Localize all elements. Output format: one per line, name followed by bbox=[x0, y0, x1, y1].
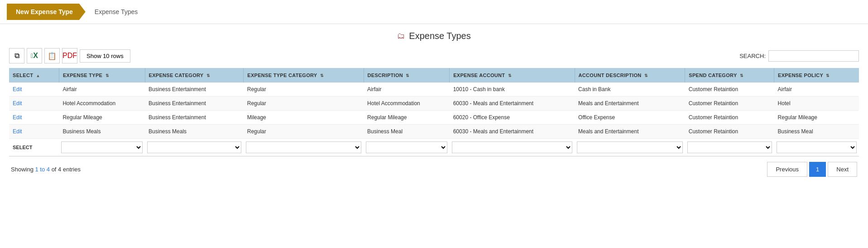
cell-account-description: Meals and Entertainment bbox=[575, 125, 685, 139]
csv-icon: 📋 bbox=[48, 52, 57, 60]
edit-link[interactable]: Edit bbox=[13, 100, 22, 107]
cell-spend-category: Customer Retaintion bbox=[685, 111, 774, 125]
cell-description: Airfair bbox=[364, 83, 450, 97]
col-spend-category: SPEND CATEGORY ⇅ bbox=[685, 68, 774, 83]
cell-description: Business Meal bbox=[364, 125, 450, 139]
sort-icon-account-description: ⇅ bbox=[644, 73, 648, 78]
filter-select-expense-type-category[interactable] bbox=[246, 141, 361, 153]
filter-cell-expense-type bbox=[59, 139, 145, 156]
filter-select-spend-category[interactable] bbox=[687, 141, 772, 153]
filter-cell-description bbox=[364, 139, 450, 156]
expense-types-table: SELECT ▲ EXPENSE TYPE ⇅ EXPENSE CATEGORY… bbox=[9, 68, 859, 156]
filter-select-expense-account[interactable] bbox=[452, 141, 572, 153]
excel-icon-text: X bbox=[33, 52, 38, 60]
new-expense-type-button[interactable]: New Expense Type bbox=[7, 4, 86, 20]
col-expense-policy: EXPENSE POLICY ⇅ bbox=[774, 68, 859, 83]
page-title-icon: 🗂 bbox=[397, 31, 405, 41]
filter-cell-expense-account bbox=[450, 139, 575, 156]
filter-select-account-description[interactable] bbox=[577, 141, 683, 153]
pdf-icon: PDF bbox=[62, 52, 77, 60]
cell-account-description: Office Expense bbox=[575, 111, 685, 125]
sort-icon-expense-type: ⇅ bbox=[106, 73, 109, 78]
cell-expense-account: 10010 - Cash in bank bbox=[450, 83, 575, 97]
cell-expense-policy: Business Meal bbox=[774, 125, 859, 139]
sort-icon-expense-category: ⇅ bbox=[206, 73, 210, 78]
filter-select-expense-category[interactable] bbox=[147, 141, 241, 153]
excel-button[interactable]:  X bbox=[27, 48, 42, 63]
page-title: Expense Types bbox=[409, 31, 470, 41]
edit-link[interactable]: Edit bbox=[13, 114, 22, 121]
cell-description: Regular Mileage bbox=[364, 111, 450, 125]
pdf-button[interactable]: PDF bbox=[62, 48, 77, 63]
edit-cell: Edit bbox=[9, 111, 59, 125]
col-expense-account: EXPENSE ACCOUNT ⇅ bbox=[450, 68, 575, 83]
table-footer: Showing 1 to 4 of 4 entries Previous 1 N… bbox=[9, 162, 859, 177]
cell-expense-policy: Hotel bbox=[774, 97, 859, 111]
cell-expense-account: 60030 - Meals and Entertainment bbox=[450, 97, 575, 111]
table-row: EditAirfairBusiness EntertainmentRegular… bbox=[9, 83, 859, 97]
table-row: EditRegular MileageBusiness Entertainmen… bbox=[9, 111, 859, 125]
search-input[interactable] bbox=[768, 50, 859, 62]
edit-cell: Edit bbox=[9, 83, 59, 97]
edit-cell: Edit bbox=[9, 125, 59, 139]
sort-icon-expense-policy: ⇅ bbox=[826, 73, 830, 78]
cell-expense-type: Airfair bbox=[59, 83, 145, 97]
cell-expense-type-category: Regular bbox=[244, 125, 364, 139]
csv-button[interactable]: 📋 bbox=[44, 48, 60, 63]
table-row: EditBusiness MealsBusiness MealsRegularB… bbox=[9, 125, 859, 139]
sort-icon-select: ▲ bbox=[36, 73, 40, 78]
cell-expense-account: 60020 - Office Expense bbox=[450, 111, 575, 125]
edit-link[interactable]: Edit bbox=[13, 86, 22, 92]
table-row: EditHotel AccommodationBusiness Entertai… bbox=[9, 97, 859, 111]
toolbar-left: ⧉  X 📋 PDF Show 10 rows bbox=[9, 48, 130, 63]
toolbar: ⧉  X 📋 PDF Show 10 rows SEARCH: bbox=[9, 48, 859, 63]
cell-expense-type: Business Meals bbox=[59, 125, 145, 139]
filter-select-expense-policy[interactable] bbox=[777, 141, 857, 153]
previous-button[interactable]: Previous bbox=[767, 162, 807, 177]
cell-expense-policy: Regular Mileage bbox=[774, 111, 859, 125]
search-area: SEARCH: bbox=[739, 50, 859, 62]
showing-suffix: of 4 entries bbox=[50, 166, 81, 173]
filter-row: SELECT bbox=[9, 139, 859, 156]
edit-link[interactable]: Edit bbox=[13, 128, 22, 135]
filter-select-label: SELECT bbox=[9, 139, 59, 156]
table-header: SELECT ▲ EXPENSE TYPE ⇅ EXPENSE CATEGORY… bbox=[9, 68, 859, 83]
cell-expense-category: Business Entertainment bbox=[145, 83, 244, 97]
col-description: DESCRIPTION ⇅ bbox=[364, 68, 450, 83]
edit-cell: Edit bbox=[9, 97, 59, 111]
cell-spend-category: Customer Retaintion bbox=[685, 83, 774, 97]
cell-expense-type-category: Regular bbox=[244, 97, 364, 111]
search-label: SEARCH: bbox=[739, 53, 766, 59]
filter-select-expense-type[interactable] bbox=[61, 141, 143, 153]
showing-text: Showing 1 to 4 of 4 entries bbox=[11, 166, 81, 173]
cell-expense-type-category: Regular bbox=[244, 83, 364, 97]
filter-cell-expense-policy bbox=[774, 139, 859, 156]
top-nav: New Expense Type Expense Types bbox=[0, 0, 868, 24]
next-button[interactable]: Next bbox=[828, 162, 857, 177]
filter-cell-expense-type-category bbox=[244, 139, 364, 156]
cell-account-description: Meals and Entertainment bbox=[575, 97, 685, 111]
cell-account-description: Cash in Bank bbox=[575, 83, 685, 97]
cell-spend-category: Customer Retaintion bbox=[685, 125, 774, 139]
show-rows-button[interactable]: Show 10 rows bbox=[80, 49, 130, 63]
cell-expense-type-category: Mileage bbox=[244, 111, 364, 125]
cell-expense-category: Business Meals bbox=[145, 125, 244, 139]
page-content: 🗂 Expense Types ⧉  X 📋 PDF Show 10 rows… bbox=[0, 24, 868, 184]
filter-cell-account-description bbox=[575, 139, 685, 156]
filter-select-description[interactable] bbox=[366, 141, 447, 153]
col-expense-type: EXPENSE TYPE ⇅ bbox=[59, 68, 145, 83]
filter-cell-spend-category bbox=[685, 139, 774, 156]
copy-button[interactable]: ⧉ bbox=[9, 48, 24, 63]
col-expense-category: EXPENSE CATEGORY ⇅ bbox=[145, 68, 244, 83]
cell-expense-type: Regular Mileage bbox=[59, 111, 145, 125]
showing-range: 1 to 4 bbox=[35, 166, 50, 173]
showing-prefix: Showing bbox=[11, 166, 35, 173]
breadcrumb: Expense Types bbox=[95, 8, 138, 15]
sort-icon-spend-category: ⇅ bbox=[740, 73, 743, 78]
sort-icon-expense-type-category: ⇅ bbox=[320, 73, 324, 78]
page-1-button[interactable]: 1 bbox=[809, 162, 826, 177]
col-expense-type-category: EXPENSE TYPE CATEGORY ⇅ bbox=[244, 68, 364, 83]
filter-cell-expense-category bbox=[145, 139, 244, 156]
cell-expense-account: 60030 - Meals and Entertainment bbox=[450, 125, 575, 139]
sort-icon-description: ⇅ bbox=[406, 73, 409, 78]
